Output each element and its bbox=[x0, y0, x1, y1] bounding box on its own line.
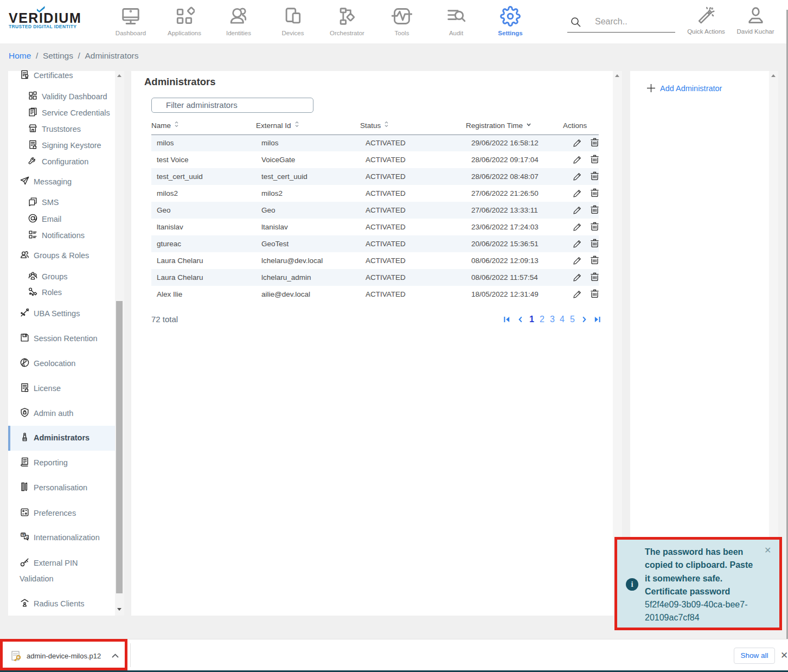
svg-text:字: 字 bbox=[22, 533, 25, 537]
svg-text:A: A bbox=[26, 536, 28, 539]
